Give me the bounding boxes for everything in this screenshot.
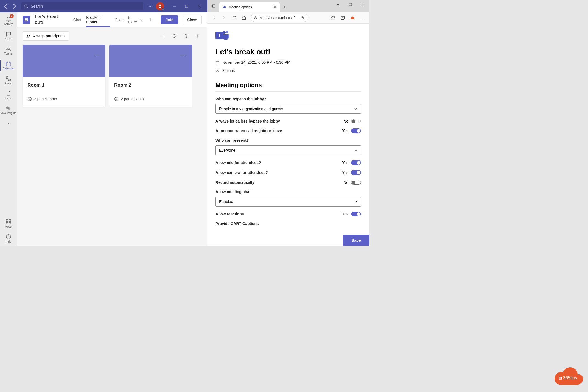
rail-calls[interactable]: Calls xyxy=(0,73,17,88)
browser-home[interactable] xyxy=(239,13,248,23)
mic-toggle[interactable] xyxy=(351,160,361,165)
mic-label: Allow mic for attendees? xyxy=(215,160,261,165)
add-tab-button[interactable]: + xyxy=(149,17,152,23)
maximize-button[interactable] xyxy=(180,0,193,12)
browser-minimize[interactable] xyxy=(331,0,344,9)
room-card[interactable]: ⋯ Room 2 2 participants xyxy=(109,45,192,107)
rail-teams[interactable]: Teams xyxy=(0,43,17,58)
tabs-more[interactable]: 5 more xyxy=(128,15,143,24)
svg-rect-4 xyxy=(6,62,11,66)
svg-point-32 xyxy=(226,31,228,33)
participants-count: 2 participants xyxy=(34,97,57,101)
tab-title: Meeting options xyxy=(229,5,252,9)
minimize-button[interactable] xyxy=(168,0,180,12)
tab-close-button[interactable]: ✕ xyxy=(273,5,277,9)
calendar-icon xyxy=(215,60,220,65)
tab-actions-button[interactable] xyxy=(208,1,218,11)
svg-point-3 xyxy=(9,47,10,48)
svg-rect-29 xyxy=(254,18,256,19)
tab-files[interactable]: Files xyxy=(115,12,124,27)
search-input[interactable] xyxy=(21,2,143,10)
rail-activity[interactable]: 2 Activity xyxy=(0,13,17,28)
chat-label: Allow meeting chat xyxy=(215,190,361,194)
cart-label: Provide CART Captions xyxy=(215,221,259,226)
section-heading: Meeting options xyxy=(215,82,361,89)
room-banner: ⋯ xyxy=(23,45,105,77)
browser-maximize[interactable] xyxy=(344,0,357,9)
user-avatar[interactable] xyxy=(156,2,164,10)
rail-help[interactable]: Help xyxy=(0,231,17,246)
address-bar[interactable]: https://teams.microsoft.... A xyxy=(251,14,308,22)
more-menu[interactable]: ⋯ xyxy=(147,4,155,9)
reading-view-icon[interactable]: A xyxy=(301,16,305,20)
add-room-button[interactable] xyxy=(158,32,167,40)
rail-files[interactable]: Files xyxy=(0,88,17,102)
room-menu-button[interactable]: ⋯ xyxy=(181,52,187,58)
url-text: https://teams.microsoft.... xyxy=(260,16,299,20)
rail-more[interactable]: ⋯ xyxy=(6,117,11,129)
join-button[interactable]: Join xyxy=(161,15,178,24)
svg-point-2 xyxy=(7,47,8,48)
delete-rooms-button[interactable] xyxy=(181,32,190,40)
forward-button[interactable] xyxy=(10,2,18,10)
rail-calendar[interactable]: Calendar xyxy=(0,58,17,73)
present-label: Who can present? xyxy=(215,138,361,143)
save-button[interactable]: Save xyxy=(343,235,369,246)
recreate-rooms-button[interactable] xyxy=(170,32,179,40)
present-select[interactable]: Everyone xyxy=(215,145,361,155)
browser-tab[interactable]: T Meeting options ✕ xyxy=(219,2,280,12)
svg-point-0 xyxy=(25,4,27,7)
browser-menu[interactable]: ⋯ xyxy=(358,13,367,23)
room-card[interactable]: ⋯ Room 1 2 participants xyxy=(23,45,105,107)
svg-point-16 xyxy=(27,35,29,36)
browser-forward[interactable] xyxy=(219,13,229,23)
lobby-bypass-select[interactable]: People in my organization and guests xyxy=(215,104,361,114)
browser-back[interactable] xyxy=(209,13,219,23)
participants-count: 2 participants xyxy=(121,97,144,101)
camera-label: Allow camera for attendees? xyxy=(215,170,268,175)
room-name: Room 1 xyxy=(27,82,100,88)
browser-close[interactable] xyxy=(357,0,369,9)
new-tab-button[interactable]: + xyxy=(280,3,289,11)
meeting-title: Let's break out! xyxy=(35,14,67,25)
room-menu-button[interactable]: ⋯ xyxy=(94,52,100,58)
close-meeting-button[interactable]: Close xyxy=(183,15,202,24)
assign-participants-button[interactable]: Assign participants xyxy=(23,31,69,41)
browser-refresh[interactable] xyxy=(229,13,239,23)
back-button[interactable] xyxy=(2,2,10,10)
teams-main-area: Let's break out! Chat Breakout rooms Fil… xyxy=(17,12,207,246)
rail-chat[interactable]: Chat xyxy=(0,28,17,43)
room-name: Room 2 xyxy=(114,82,187,88)
svg-point-33 xyxy=(223,31,226,34)
search-box[interactable] xyxy=(21,2,143,10)
close-button[interactable] xyxy=(193,0,205,12)
svg-rect-14 xyxy=(25,20,26,21)
announce-toggle[interactable] xyxy=(351,128,361,133)
person-icon xyxy=(27,97,32,101)
chevron-down-icon xyxy=(354,149,357,152)
camera-toggle[interactable] xyxy=(351,170,361,175)
svg-rect-7 xyxy=(6,220,8,221)
rooms-settings-button[interactable] xyxy=(193,32,202,40)
svg-point-17 xyxy=(29,35,30,36)
room-banner: ⋯ xyxy=(109,45,192,77)
collections-button[interactable] xyxy=(338,13,347,23)
rail-apps[interactable]: Apps xyxy=(0,216,17,231)
svg-point-22 xyxy=(116,98,117,99)
tab-breakout-rooms[interactable]: Breakout rooms xyxy=(86,12,110,27)
browser-toolbar: https://teams.microsoft.... A ⋯ xyxy=(207,12,369,24)
page-title: Let's break out! xyxy=(215,48,361,56)
chat-select[interactable]: Enabled xyxy=(215,197,361,207)
cloud-sync-icon[interactable] xyxy=(348,13,357,23)
svg-text:A: A xyxy=(302,17,303,19)
browser-tabstrip: T Meeting options ✕ + xyxy=(207,0,369,12)
app-rail: 2 Activity Chat Teams Calendar Calls xyxy=(0,12,17,246)
reactions-toggle[interactable] xyxy=(351,212,361,216)
record-toggle[interactable] xyxy=(351,180,361,185)
rail-viva[interactable]: Viva Insights xyxy=(0,102,17,117)
svg-point-18 xyxy=(197,35,198,37)
tab-chat[interactable]: Chat xyxy=(73,12,82,27)
svg-point-35 xyxy=(217,69,218,71)
favorites-button[interactable] xyxy=(328,13,337,23)
callers-bypass-toggle[interactable] xyxy=(351,119,361,123)
